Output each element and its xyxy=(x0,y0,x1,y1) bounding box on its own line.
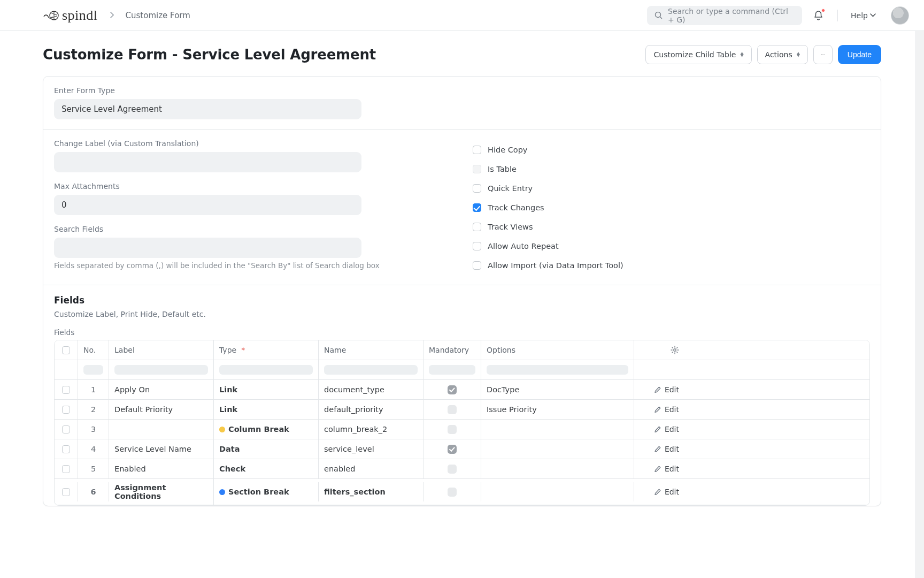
table-row[interactable]: 5EnabledCheckenabledEdit xyxy=(55,459,869,479)
checkbox-allow-import-via-data-import-tool-[interactable]: Allow Import (via Data Import Tool) xyxy=(473,256,870,275)
chevron-down-icon xyxy=(870,13,876,17)
cell-label: Assignment Conditions xyxy=(109,479,214,505)
edit-label: Edit xyxy=(665,405,679,414)
cell-mandatory xyxy=(424,439,481,459)
cell-name: default_priority xyxy=(319,400,424,419)
table-row[interactable]: 3Column Breakcolumn_break_2Edit xyxy=(55,420,869,439)
col-type[interactable]: Type* xyxy=(214,340,319,360)
dot-icon xyxy=(219,489,225,495)
row-checkbox[interactable] xyxy=(62,406,70,414)
filter-name[interactable] xyxy=(324,365,418,375)
edit-label: Edit xyxy=(665,465,679,473)
row-checkbox[interactable] xyxy=(62,465,70,473)
search-placeholder: Search or type a command (Ctrl + G) xyxy=(668,7,795,24)
checkbox-track-changes[interactable]: Track Changes xyxy=(473,198,870,217)
enter-form-type-value: Service Level Agreement xyxy=(61,104,162,114)
max-attachments-value: 0 xyxy=(61,200,67,210)
search-input[interactable]: Search or type a command (Ctrl + G) xyxy=(647,6,802,25)
cell-type: Link xyxy=(214,400,319,419)
update-button[interactable]: Update xyxy=(838,45,881,64)
checkbox-hide-copy[interactable]: Hide Copy xyxy=(473,140,870,159)
form-card: Enter Form Type Service Level Agreement … xyxy=(43,76,881,506)
notification-dot-icon xyxy=(821,9,825,12)
configure-columns-button[interactable] xyxy=(634,340,684,360)
checkbox-label: Allow Auto Repeat xyxy=(488,242,559,250)
fields-caption: Fields xyxy=(54,328,870,337)
col-label[interactable]: Label xyxy=(109,340,214,360)
table-row[interactable]: 1Apply OnLinkdocument_typeDocTypeEdit xyxy=(55,380,869,400)
checkbox-label: Track Views xyxy=(488,223,533,231)
section-form-type: Enter Form Type Service Level Agreement xyxy=(43,77,881,129)
mandatory-checkbox[interactable] xyxy=(448,425,457,434)
notifications-button[interactable] xyxy=(812,9,825,22)
edit-row-button[interactable]: Edit xyxy=(654,488,679,496)
svg-point-5 xyxy=(674,349,676,351)
row-checkbox[interactable] xyxy=(62,445,70,453)
filter-type[interactable] xyxy=(219,365,313,375)
cell-no: 2 xyxy=(78,400,109,419)
edit-row-button[interactable]: Edit xyxy=(654,465,679,473)
settings-left-col: Change Label (via Custom Translation) Ma… xyxy=(54,139,451,275)
filter-options[interactable] xyxy=(487,365,628,375)
sort-icon: ▲▼ xyxy=(740,52,743,57)
filter-label[interactable] xyxy=(114,365,208,375)
cell-name: enabled xyxy=(319,459,424,478)
table-row[interactable]: 4Service Level NameDataservice_levelEdit xyxy=(55,439,869,459)
cell-name: filters_section xyxy=(319,482,424,501)
filter-no[interactable] xyxy=(83,365,103,375)
table-body: 1Apply OnLinkdocument_typeDocTypeEdit2De… xyxy=(55,380,869,505)
select-all-checkbox[interactable] xyxy=(62,346,70,354)
table-row[interactable]: 2Default PriorityLinkdefault_priorityIss… xyxy=(55,400,869,420)
cell-type: Data xyxy=(214,439,319,459)
checkbox-allow-auto-repeat[interactable]: Allow Auto Repeat xyxy=(473,237,870,256)
filter-mandatory[interactable] xyxy=(429,365,475,375)
mandatory-checkbox[interactable] xyxy=(448,465,457,474)
search-fields-input[interactable] xyxy=(54,238,361,258)
cell-no: 6 xyxy=(78,482,109,501)
cell-mandatory xyxy=(424,420,481,439)
more-menu-button[interactable] xyxy=(813,45,833,64)
checkbox-quick-entry[interactable]: Quick Entry xyxy=(473,179,870,198)
brand[interactable]: spindl xyxy=(43,7,98,24)
edit-row-button[interactable]: Edit xyxy=(654,385,679,394)
cell-mandatory xyxy=(424,400,481,419)
cell-options: DocType xyxy=(481,380,634,399)
row-checkbox[interactable] xyxy=(62,386,70,394)
required-icon: * xyxy=(241,346,245,354)
mandatory-checkbox[interactable] xyxy=(448,445,457,454)
checkbox-track-views[interactable]: Track Views xyxy=(473,217,870,237)
edit-label: Edit xyxy=(665,385,679,394)
sort-icon: ▲▼ xyxy=(797,52,800,57)
edit-row-button[interactable]: Edit xyxy=(654,425,679,434)
max-attachments-label: Max Attachments xyxy=(54,182,451,191)
cell-name: service_level xyxy=(319,439,424,459)
fields-table: No. Label Type* Name Mandatory Options xyxy=(54,340,870,506)
cell-label: Apply On xyxy=(109,380,214,399)
avatar[interactable] xyxy=(891,6,909,25)
enter-form-type-input[interactable]: Service Level Agreement xyxy=(54,99,361,119)
row-checkbox[interactable] xyxy=(62,488,70,496)
edit-row-button[interactable]: Edit xyxy=(654,405,679,414)
edit-label: Edit xyxy=(665,445,679,453)
checkbox-label: Is Table xyxy=(488,165,517,173)
col-name[interactable]: Name xyxy=(319,340,424,360)
col-mandatory[interactable]: Mandatory xyxy=(424,340,481,360)
customize-child-table-button[interactable]: Customize Child Table ▲▼ xyxy=(645,45,751,64)
table-row[interactable]: 6Assignment ConditionsSection Breakfilte… xyxy=(55,479,869,505)
search-fields-label: Search Fields xyxy=(54,225,451,233)
max-attachments-input[interactable]: 0 xyxy=(54,195,361,215)
cell-options xyxy=(481,459,634,478)
actions-menu-button[interactable]: Actions ▲▼ xyxy=(757,45,808,64)
mandatory-checkbox[interactable] xyxy=(448,488,457,497)
breadcrumb[interactable]: Customize Form xyxy=(126,11,190,20)
mandatory-checkbox[interactable] xyxy=(448,405,457,414)
row-checkbox[interactable] xyxy=(62,425,70,434)
change-label-input[interactable] xyxy=(54,152,361,172)
help-menu[interactable]: Help xyxy=(851,11,876,20)
col-no[interactable]: No. xyxy=(78,340,109,360)
col-options[interactable]: Options xyxy=(481,340,634,360)
mandatory-checkbox[interactable] xyxy=(448,385,457,394)
gear-icon xyxy=(671,346,679,354)
cell-name: document_type xyxy=(319,380,424,399)
edit-row-button[interactable]: Edit xyxy=(654,445,679,453)
